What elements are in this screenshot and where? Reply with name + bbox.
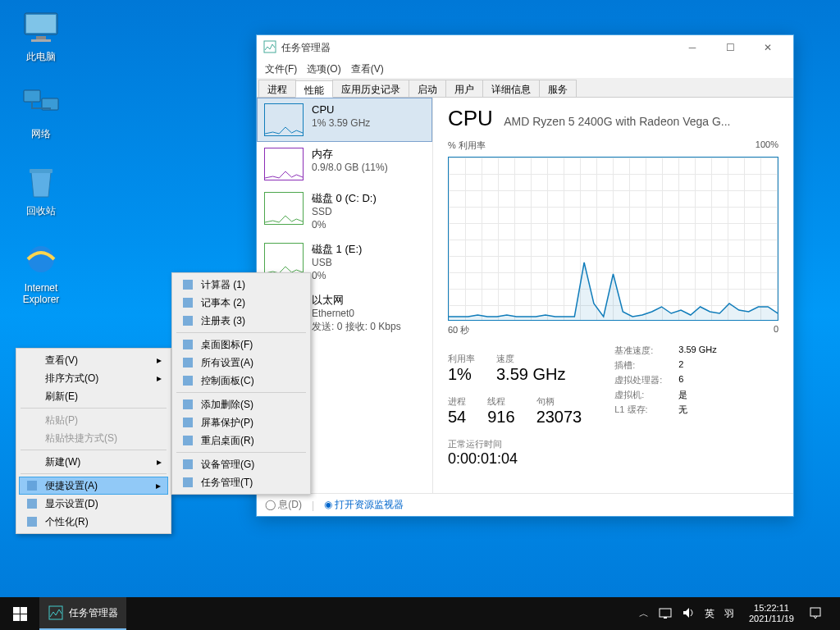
svg-rect-9 (27, 481, 37, 491)
minimize-button[interactable]: ─ (673, 35, 711, 60)
svg-rect-28 (660, 609, 671, 617)
desktop-icon-network[interactable]: 网络 (10, 85, 72, 139)
menu-view[interactable]: 查看(V) (346, 61, 389, 78)
add-icon (180, 398, 196, 411)
computer-icon (21, 8, 61, 48)
cpu-heading: CPU (448, 106, 493, 131)
tray-network-icon[interactable] (659, 606, 672, 622)
menu-item[interactable]: 便捷设置(A)▸ (19, 477, 168, 495)
menu-item[interactable]: 查看(V)▸ (19, 351, 168, 369)
brush-icon (24, 515, 40, 528)
tab-apphistory[interactable]: 应用历史记录 (332, 80, 409, 97)
cpu-chart (448, 157, 778, 321)
resource-monitor-link[interactable]: ◉ 打开资源监视器 (324, 498, 404, 512)
perf-thumb (264, 243, 304, 276)
perf-item--[interactable]: 内存0.9/8.0 GB (11%) (257, 142, 432, 186)
menu-file[interactable]: 文件(F) (260, 61, 302, 78)
svg-rect-22 (183, 477, 193, 487)
tray-notifications-icon[interactable] (809, 606, 822, 622)
svg-rect-14 (183, 316, 193, 326)
device-icon (180, 458, 196, 471)
menu-item[interactable]: 个性化(R) (19, 513, 168, 531)
desktop-icon-recycle[interactable]: 回收站 (10, 162, 72, 217)
menu-item[interactable]: 记事本 (2) (175, 294, 308, 312)
menu-item[interactable]: 添加删除(S) (175, 395, 308, 413)
menu-item[interactable]: 注册表 (3) (175, 312, 308, 330)
tray-clock[interactable]: 15:22:11 2021/11/19 (744, 603, 799, 624)
svg-rect-25 (13, 614, 20, 621)
desktop-context-menu: 查看(V)▸排序方式(O)▸刷新(E)粘贴(P)粘贴快捷方式(S)新建(W)▸便… (16, 348, 171, 534)
svg-rect-2 (36, 36, 46, 39)
svg-rect-24 (21, 607, 27, 614)
menu-options[interactable]: 选项(O) (302, 61, 345, 78)
menu-item[interactable]: 任务管理(T) (175, 473, 308, 491)
svg-rect-11 (27, 517, 37, 527)
tab-processes[interactable]: 进程 (258, 80, 296, 97)
menu-item[interactable]: 控制面板(C) (175, 372, 308, 390)
settings-submenu: 计算器 (1)记事本 (2)注册表 (3)桌面图标(F)所有设置(A)控制面板(… (171, 272, 311, 495)
svg-rect-29 (664, 617, 667, 619)
perf-thumb (264, 148, 304, 180)
screen-icon (180, 416, 196, 429)
tab-users[interactable]: 用户 (445, 80, 483, 97)
submenu-arrow-icon: ▸ (157, 372, 162, 384)
taskbar-app-taskmanager[interactable]: 任务管理器 (39, 597, 126, 630)
svg-rect-21 (183, 459, 193, 469)
menu-item[interactable]: 排序方式(O)▸ (19, 369, 168, 387)
tab-details[interactable]: 详细信息 (482, 80, 540, 97)
tray-ime1[interactable]: 英 (705, 607, 714, 621)
tab-performance[interactable]: 性能 (295, 80, 333, 98)
start-button[interactable] (0, 597, 39, 630)
tab-startup[interactable]: 启动 (409, 80, 446, 97)
submenu-arrow-icon: ▸ (156, 480, 161, 491)
menu-item[interactable]: 设备管理(G) (175, 455, 308, 473)
svg-rect-26 (21, 614, 27, 621)
svg-rect-1 (26, 15, 56, 33)
tray-volume-icon[interactable] (682, 606, 695, 622)
svg-rect-6 (30, 169, 52, 173)
perf-item-cpu[interactable]: CPU1% 3.59 GHz (257, 98, 432, 142)
desktop-icon-ie[interactable]: Internet Explorer (10, 240, 72, 305)
svg-rect-30 (810, 608, 820, 616)
recycle-bin-icon (21, 162, 61, 202)
svg-rect-4 (24, 90, 40, 102)
app-icon (263, 40, 276, 56)
svg-rect-19 (183, 418, 193, 427)
titlebar[interactable]: 任务管理器 ─ ☐ ✕ (257, 35, 793, 60)
menubar: 文件(F) 选项(O) 查看(V) (257, 60, 793, 78)
menu-item[interactable]: 刷新(E) (19, 387, 168, 405)
menu-item[interactable]: 所有设置(A) (175, 354, 308, 372)
menu-item[interactable]: 计算器 (1) (175, 276, 308, 294)
tray-ime2[interactable]: 羽 (724, 607, 734, 621)
tab-services[interactable]: 服务 (539, 80, 577, 97)
menu-item[interactable]: 显示设置(D) (19, 495, 168, 513)
menu-item: 粘贴(P) (19, 411, 168, 429)
svg-rect-13 (183, 298, 193, 308)
menu-item: 粘贴快捷方式(S) (19, 429, 168, 447)
cpu-model: AMD Ryzen 5 2400G with Radeon Vega G... (504, 115, 730, 128)
maximize-button[interactable]: ☐ (711, 35, 749, 60)
perf-thumb (264, 103, 304, 136)
desk-icon (180, 338, 196, 351)
window-title: 任务管理器 (281, 41, 673, 55)
display-icon (24, 497, 40, 510)
menu-item[interactable]: 桌面图标(F) (175, 336, 308, 354)
svg-point-7 (28, 246, 54, 272)
gear-icon (24, 479, 40, 492)
menu-item[interactable]: 屏幕保护(P) (175, 413, 308, 431)
perf-item--0-c-d-[interactable]: 磁盘 0 (C: D:)SSD 0% (257, 186, 432, 237)
perf-detail: CPU AMD Ryzen 5 2400G with Radeon Vega G… (433, 98, 793, 493)
svg-rect-12 (183, 280, 193, 290)
desktop-icon-computer[interactable]: 此电脑 (10, 8, 72, 62)
reg-icon (180, 314, 196, 327)
svg-rect-27 (49, 606, 62, 619)
svg-rect-16 (183, 358, 193, 368)
taskmanager-window: 任务管理器 ─ ☐ ✕ 文件(F) 选项(O) 查看(V) 进程 性能 应用历史… (256, 34, 794, 517)
tab-bar: 进程 性能 应用历史记录 启动 用户 详细信息 服务 (257, 78, 793, 98)
menu-item[interactable]: 新建(W)▸ (19, 453, 168, 471)
svg-rect-23 (13, 607, 20, 614)
menu-item[interactable]: 重启桌面(R) (175, 431, 308, 450)
tray-chevron-icon[interactable]: ︿ (639, 607, 649, 621)
close-button[interactable]: ✕ (749, 35, 787, 60)
util-max: 100% (756, 139, 778, 152)
